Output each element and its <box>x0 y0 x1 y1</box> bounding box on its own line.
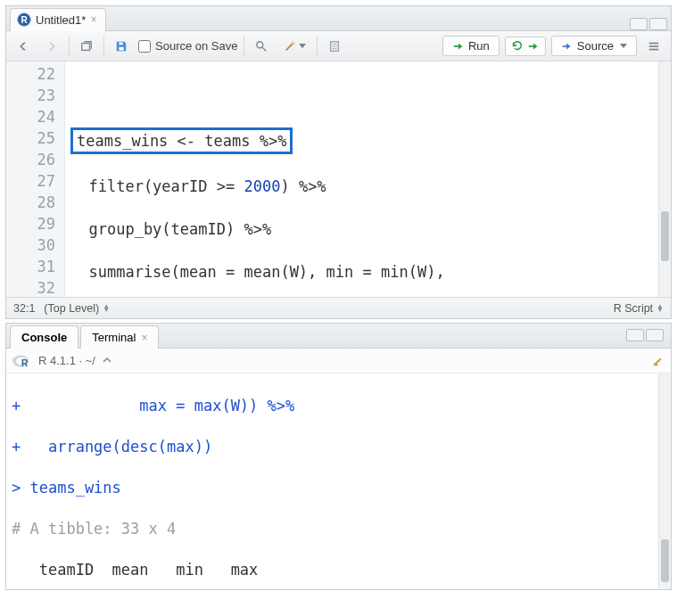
r-version-label: R 4.1.1 · ~/ <box>38 354 95 367</box>
source-on-save-checkbox[interactable]: Source on Save <box>138 39 238 53</box>
terminal-tab[interactable]: Terminal× <box>80 325 159 349</box>
r-file-icon: R <box>17 12 31 27</box>
maximize-button[interactable] <box>646 329 664 341</box>
scope-selector[interactable]: (Top Level) ▲▼ <box>44 302 110 315</box>
code-tools-button[interactable] <box>278 37 311 55</box>
back-button[interactable] <box>12 37 35 55</box>
pane-controls <box>626 327 667 341</box>
svg-text:R: R <box>21 357 29 367</box>
line-gutter: 22 23 24 25 26 27 28 29 30 31 32 <box>6 62 65 297</box>
close-icon[interactable]: × <box>141 332 147 344</box>
source-tab[interactable]: R Untitled1* × <box>10 8 106 31</box>
source-button[interactable]: Source <box>551 36 637 56</box>
show-in-new-window-button[interactable] <box>75 37 98 55</box>
editor-scrollbar[interactable] <box>658 62 671 297</box>
pane-controls <box>630 16 671 30</box>
svg-line-4 <box>261 46 265 50</box>
minimize-button[interactable] <box>626 329 644 341</box>
highlighted-line: teams_wins <- teams %>% <box>70 127 293 154</box>
console-output[interactable]: + max = max(W)) %>% + arrange(desc(max))… <box>6 374 658 589</box>
code-area[interactable]: teams_wins <- teams %>% filter(yearID >=… <box>65 62 658 297</box>
source-pane: R Untitled1* × Source on Save <box>5 5 672 319</box>
clear-console-icon[interactable] <box>653 355 665 367</box>
cursor-position: 32:1 <box>13 302 35 315</box>
source-statusbar: 32:1 (Top Level) ▲▼ R Script ▲▼ <box>6 297 671 318</box>
source-tabbar: R Untitled1* × <box>6 6 671 31</box>
svg-point-3 <box>256 41 262 47</box>
path-expand-icon[interactable] <box>103 357 111 365</box>
svg-rect-2 <box>119 42 122 45</box>
language-selector[interactable]: R Script ▲▼ <box>614 302 664 315</box>
source-on-save-input[interactable] <box>138 40 151 53</box>
find-button[interactable] <box>250 37 273 55</box>
svg-rect-16 <box>654 363 657 365</box>
forward-button[interactable] <box>40 37 63 55</box>
outline-button[interactable] <box>642 37 665 55</box>
save-button[interactable] <box>110 37 133 55</box>
console-tab[interactable]: Console <box>10 325 78 349</box>
svg-rect-1 <box>119 46 123 50</box>
console-tabbar: Console Terminal× <box>6 324 671 349</box>
close-icon[interactable]: × <box>90 13 96 26</box>
r-logo-icon: R <box>12 353 31 369</box>
minimize-button[interactable] <box>630 18 648 30</box>
compile-report-button[interactable] <box>323 37 346 55</box>
console-pane: Console Terminal× R R 4.1.1 · ~/ + max =… <box>5 323 672 590</box>
console-scrollbar[interactable] <box>658 374 671 589</box>
source-tab-title: Untitled1* <box>36 13 86 27</box>
console-toolbar: R R 4.1.1 · ~/ <box>6 349 671 374</box>
maximize-button[interactable] <box>649 18 667 30</box>
svg-rect-0 <box>82 43 90 50</box>
source-editor[interactable]: 22 23 24 25 26 27 28 29 30 31 32 teams_w… <box>6 62 671 297</box>
run-button[interactable]: Run <box>442 36 499 56</box>
source-toolbar: Source on Save Run Source <box>6 31 671 62</box>
rerun-button[interactable] <box>505 37 546 56</box>
